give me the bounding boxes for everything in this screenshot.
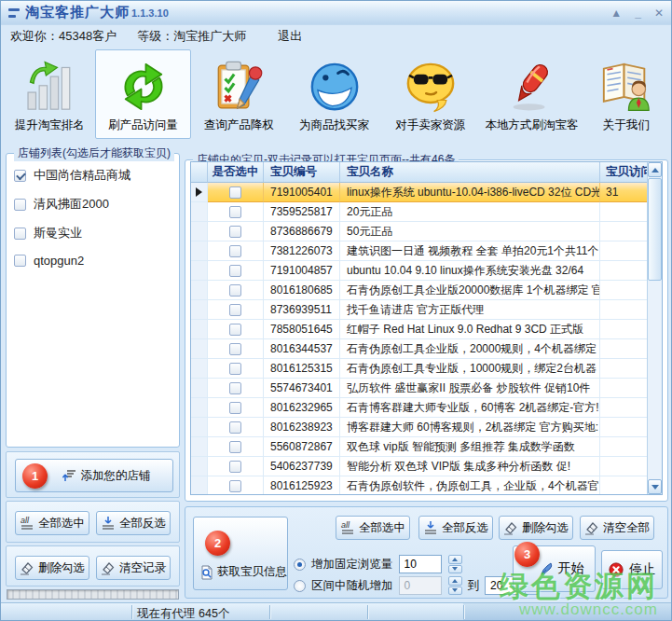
row-checkbox[interactable] (229, 324, 241, 336)
table-row[interactable]: 8016125923 石青伪原创软件，伪原创工具，企业版，4个机器官 (191, 476, 662, 495)
toolbar-item-local-mode[interactable]: 本地方式刷淘宝客 (479, 49, 585, 139)
random-increase-radio[interactable] (294, 580, 306, 592)
toolbar-item-refresh-visits[interactable]: 刷产品访问量 (95, 49, 192, 139)
row-checkbox[interactable] (229, 245, 241, 257)
table-row[interactable]: 5574673401 弘历软件 盛世赢家II 股票必备 炒股软件 促销10件 (191, 379, 662, 398)
table-row[interactable]: 7381226073 建筑识图一日通 视频教程 全套 单拍20元1个共11个 (191, 242, 662, 261)
vertical-scrollbar[interactable] (647, 162, 662, 494)
random-from-stepper[interactable] (448, 576, 462, 595)
toolbar-item-about[interactable]: 关于我们 (584, 49, 667, 139)
clear-records-button[interactable]: 清空记录 (96, 556, 171, 580)
shop-checkbox[interactable] (14, 170, 26, 182)
select-all-items-button[interactable]: all 全部选中 (336, 516, 410, 540)
row-checkbox[interactable] (229, 304, 241, 316)
row-checkbox[interactable] (229, 343, 241, 355)
invert-items-button[interactable]: 全部反选 (418, 516, 493, 540)
table-row[interactable]: 7858051645 红帽子 Red Hat Linux 9.0 Redhat … (191, 320, 662, 339)
table-row[interactable]: 8016125315 石青伪原创工具专业版，10000规则，绑定2台机器 (191, 359, 662, 379)
item-id: 5406237739 (264, 457, 340, 476)
level-text: 等级：淘宝推广大师 (137, 28, 246, 45)
menubar: 欢迎你：45348客户 等级：淘宝推广大师 退出 (1, 25, 671, 48)
app-version: 1.1.3.10 (131, 7, 169, 19)
shop-list-item[interactable]: qtopgun2 (14, 254, 173, 268)
shop-list-item[interactable]: 斯曼实业 (14, 225, 173, 242)
row-checkbox[interactable] (229, 441, 241, 453)
item-name: 石青伪原创工具企业版20000数据库 1个机器绑定 官 (340, 281, 600, 300)
welcome-text: 欢迎你：45348客户 (10, 28, 117, 45)
add-shop-button[interactable]: 1 添加您的店铺 (15, 459, 173, 492)
row-checkbox[interactable] (229, 480, 241, 492)
table-row[interactable]: 8736886679 50元正品 (191, 222, 662, 242)
row-checkbox[interactable] (229, 206, 241, 218)
shop-checkbox[interactable] (14, 199, 26, 211)
stop-button[interactable]: 停止 (601, 550, 663, 589)
fixed-increase-stepper[interactable] (448, 555, 462, 573)
delete-checked-items-button[interactable]: 删除勾选 (499, 516, 573, 540)
shop-checkbox[interactable] (14, 228, 26, 240)
row-selector (191, 320, 208, 339)
item-id: 5574673401 (264, 379, 340, 398)
header-item-id[interactable]: 宝贝编号 (264, 162, 340, 183)
table-row[interactable]: 5406237739 智能分析 双色球 VIP版 集成多种分析函数 促! (191, 457, 662, 476)
row-checkbox[interactable] (229, 421, 241, 434)
shop-list-item[interactable]: 清风拂面2000 (14, 196, 173, 213)
select-all-button[interactable]: all 全部选中 (15, 511, 89, 535)
table-row[interactable]: 8016344537 石青伪原创工具企业版，20000规则，4个机器绑定 (191, 339, 662, 359)
toolbar-item-rival-sellers[interactable]: 对手卖家资源 (382, 49, 479, 139)
svg-text:all: all (21, 516, 30, 525)
shop-list-item[interactable]: 中国尚信精品商城 (14, 167, 173, 184)
table-row[interactable]: 7191004857 ubuntu 10.04 9.10 linux操作系统安装… (191, 261, 662, 281)
table-row[interactable]: 8016232965 石青博客群建大师专业版，60博客 2机器绑定-官方! (191, 398, 662, 418)
table-row[interactable]: 5560872867 双色球 vip版 智能预测 多组推荐 集成数学函数 (191, 437, 662, 457)
delete-checked-button[interactable]: 删除勾选 (15, 556, 89, 580)
row-checkbox[interactable] (229, 382, 241, 394)
table-row[interactable]: 8736939511 找千鱼请进店 官方正版代理 (191, 300, 662, 320)
toolbar-label: 关于我们 (603, 117, 650, 133)
minimize-icon[interactable]: _ (635, 7, 641, 20)
scroll-down-button[interactable] (648, 479, 662, 494)
row-checkbox[interactable] (229, 363, 241, 375)
toolbar-item-rank[interactable]: 提升淘宝排名 (5, 49, 95, 139)
fixed-increase-input[interactable]: 10 (399, 555, 442, 573)
header-item-name[interactable]: 宝贝名称 (340, 162, 600, 183)
fixed-increase-radio[interactable] (294, 559, 306, 571)
invert-selection-button[interactable]: 全部反选 (96, 511, 171, 535)
row-checkbox[interactable] (229, 461, 241, 473)
item-name: 石青伪原创软件，伪原创工具，企业版，4个机器官 (340, 476, 600, 495)
scroll-up-button[interactable] (648, 162, 662, 177)
scrollbar-thumb[interactable] (648, 178, 662, 281)
toolbar-label: 本地方式刷淘宝客 (485, 117, 578, 133)
select-panel: all 全部选中 全部反选 (6, 501, 180, 543)
eraser-icon (20, 560, 34, 575)
delete-checked-label: 删除勾选 (38, 560, 85, 576)
row-checkbox[interactable] (229, 284, 241, 297)
stop-label: 停止 (629, 561, 655, 578)
header-checked[interactable]: 是否选中 (208, 162, 264, 183)
table-row[interactable]: 8016180685 石青伪原创工具企业版20000数据库 1个机器绑定 官 (191, 281, 662, 300)
item-name: 找千鱼请进店 官方正版代理 (340, 300, 600, 320)
toolbar-label: 刷产品访问量 (108, 117, 178, 133)
minimize-to-tray-icon[interactable]: ▲ (610, 7, 622, 20)
select-all-label: 全部选中 (38, 516, 85, 531)
close-icon[interactable]: ✕ (654, 7, 664, 20)
toolbar-item-find-buyers[interactable]: 为商品找买家 (286, 49, 382, 139)
table-row[interactable]: 7359525817 20元正品 (191, 202, 662, 222)
table-row[interactable]: 7191005401 linux操作系统 ubuntu-10.04-i386-l… (191, 183, 662, 202)
shop-checkbox[interactable] (14, 255, 26, 267)
item-id: 8016125315 (264, 359, 340, 379)
fetch-items-button[interactable]: 2 获取宝贝信息 (193, 517, 288, 590)
item-id: 8016125923 (264, 476, 340, 495)
row-checkbox[interactable] (229, 265, 241, 277)
row-checkbox[interactable] (229, 402, 241, 414)
header-selector (191, 162, 208, 183)
row-checkbox[interactable] (229, 186, 241, 199)
row-selector (191, 339, 208, 359)
logout-link[interactable]: 退出 (278, 28, 302, 45)
row-checkbox[interactable] (229, 226, 241, 238)
item-name: 50元正品 (340, 222, 600, 242)
table-row[interactable]: 8016238923 博客群建大师 60博客规则，2机器绑定 官方购买地: (191, 418, 662, 437)
toolbar-item-check-demotion[interactable]: 查询产品降权 (191, 49, 286, 139)
clear-all-items-button[interactable]: 清空全部 (580, 516, 654, 540)
item-id: 8736886679 (264, 222, 340, 242)
random-from-input[interactable]: 0 (399, 576, 442, 595)
